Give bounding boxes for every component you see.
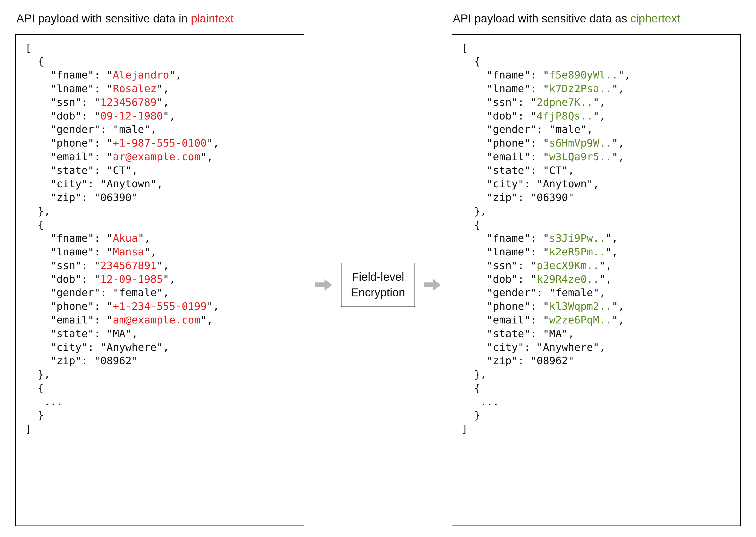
arrow-right-icon <box>423 275 442 295</box>
middle-column: Field-level Encryption <box>314 11 442 526</box>
right-heading-prefix: API payload with sensitive data as <box>453 12 630 25</box>
diagram-root: API payload with sensitive data in plain… <box>0 0 756 537</box>
right-heading: API payload with sensitive data as ciphe… <box>453 11 741 26</box>
encryption-box: Field-level Encryption <box>341 263 415 307</box>
arrow-right-icon <box>314 275 333 295</box>
left-heading: API payload with sensitive data in plain… <box>17 11 304 26</box>
right-heading-highlight: ciphertext <box>630 12 680 25</box>
right-column: API payload with sensitive data as ciphe… <box>452 11 741 526</box>
columns: API payload with sensitive data in plain… <box>15 11 741 526</box>
left-heading-highlight: plaintext <box>191 12 233 25</box>
left-column: API payload with sensitive data in plain… <box>15 11 304 526</box>
ciphertext-payload-box: [ { "fname": "f5e890yWl..", "lname": "k7… <box>452 34 741 526</box>
encryption-box-line2: Encryption <box>351 285 405 301</box>
encryption-box-line1: Field-level <box>351 269 405 285</box>
left-heading-prefix: API payload with sensitive data in <box>17 12 191 25</box>
plaintext-payload-box: [ { "fname": "Alejandro", "lname": "Rosa… <box>15 34 304 526</box>
